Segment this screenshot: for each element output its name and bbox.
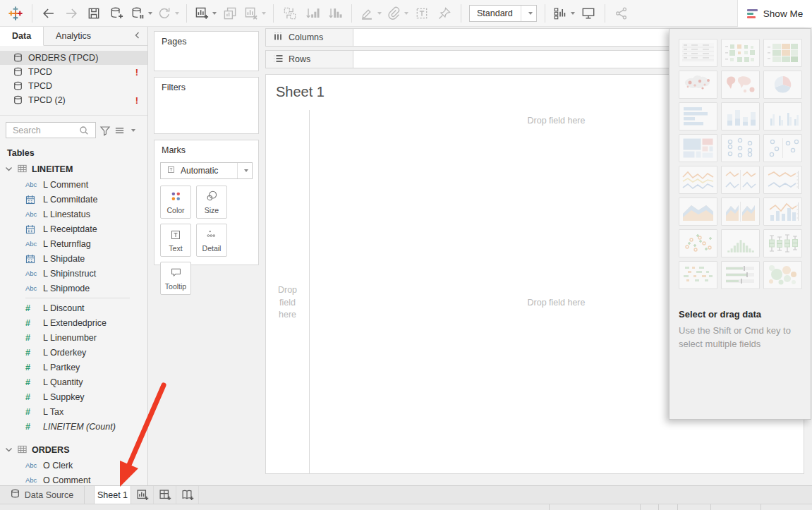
field-row[interactable]: Abc O Clerk — [0, 458, 147, 473]
heat-map-thumbnail[interactable] — [721, 39, 760, 67]
scatter-plot-thumbnail[interactable] — [679, 229, 717, 257]
search-field[interactable] — [11, 125, 79, 136]
highlight-button[interactable] — [359, 4, 382, 23]
text-table-thumbnail[interactable] — [679, 39, 717, 67]
group-members-button[interactable] — [386, 4, 408, 23]
new-story-button[interactable] — [176, 486, 199, 504]
table-group-header[interactable]: LINEITEM — [0, 162, 147, 177]
treemap-thumbnail[interactable] — [679, 134, 717, 162]
collapse-pane-icon[interactable] — [127, 27, 147, 45]
side-by-side-bars-thumbnail[interactable] — [763, 102, 802, 130]
color-button[interactable]: Color — [160, 186, 191, 219]
view-options-caret[interactable] — [131, 129, 135, 132]
drop-zone-left[interactable]: Drop field here — [266, 284, 309, 322]
field-row[interactable]: # L Quantity — [0, 375, 147, 389]
new-dashboard-button[interactable] — [154, 486, 176, 504]
field-row[interactable]: Abc L Comment — [0, 177, 147, 192]
table-icon — [17, 444, 28, 456]
fit-selector[interactable]: Standard — [469, 5, 537, 22]
filter-fields-icon[interactable] — [99, 125, 111, 136]
field-row[interactable]: Abc L Linestatus — [0, 207, 147, 221]
new-data-source-button[interactable] — [107, 4, 126, 23]
field-row[interactable]: # L Partkey — [0, 360, 147, 375]
data-source-tab[interactable]: Data Source — [0, 486, 85, 504]
save-button[interactable] — [85, 4, 103, 23]
show-hide-cards-button[interactable] — [552, 4, 575, 23]
new-worksheet-button[interactable] — [194, 4, 217, 23]
text-button[interactable]: Text — [160, 224, 191, 257]
clear-sheet-button[interactable] — [243, 4, 266, 23]
packed-bubbles-thumbnail[interactable] — [763, 261, 802, 289]
fix-axes-button[interactable] — [435, 4, 454, 23]
field-row[interactable]: # L Suppkey — [0, 389, 147, 404]
table-group-header[interactable]: ORDERS — [0, 442, 147, 458]
run-auto-updates-button[interactable] — [157, 4, 179, 23]
field-label: L Linenumber — [43, 333, 97, 343]
size-button[interactable]: Size — [196, 186, 227, 219]
horizontal-bars-thumbnail[interactable] — [679, 102, 717, 130]
sheet1-tab[interactable]: Sheet 1 — [94, 486, 131, 504]
field-row[interactable]: Abc L Shipmode — [0, 281, 147, 296]
symbol-map-thumbnail[interactable] — [679, 71, 717, 99]
sort-ascending-button[interactable] — [303, 4, 322, 23]
datasource-row[interactable]: ORDERS (TPCD) — [0, 51, 147, 65]
field-row[interactable]: # L Orderkey — [0, 345, 147, 360]
swap-rows-columns-button[interactable] — [281, 4, 299, 23]
pie-chart-thumbnail[interactable] — [763, 71, 802, 99]
field-row[interactable]: L Shipdate — [0, 251, 147, 266]
redo-button[interactable] — [62, 4, 80, 23]
field-row[interactable]: Abc L Returnflag — [0, 236, 147, 251]
tab-analytics[interactable]: Analytics — [44, 27, 103, 45]
bullet-graph-thumbnail[interactable] — [721, 261, 760, 289]
show-me-hint: Use the Shift or Cmd key to select multi… — [679, 324, 800, 351]
gantt-thumbnail[interactable] — [679, 261, 717, 289]
field-row[interactable]: # L Discount — [0, 300, 147, 315]
dual-lines-thumbnail[interactable] — [763, 166, 802, 194]
side-by-side-circles-thumbnail[interactable] — [763, 134, 802, 162]
datasource-row[interactable]: TPCD — [0, 79, 147, 93]
filled-map-thumbnail[interactable] — [721, 71, 760, 99]
box-and-whisker-thumbnail[interactable] — [763, 229, 802, 257]
new-worksheet-tab-button[interactable] — [131, 486, 154, 504]
lines-discrete-thumbnail[interactable] — [721, 166, 760, 194]
statusbar-divider — [658, 504, 659, 510]
columns-icon — [273, 31, 283, 44]
area-discrete-thumbnail[interactable] — [721, 198, 760, 226]
field-row[interactable]: Abc L Shipinstruct — [0, 266, 147, 281]
field-row[interactable]: L Commitdate — [0, 192, 147, 207]
sort-descending-button[interactable] — [326, 4, 344, 23]
view-options-icon[interactable] — [114, 126, 125, 135]
field-row[interactable]: # LINEITEM (Count) — [0, 419, 147, 434]
field-row[interactable]: # L Extendedprice — [0, 315, 147, 330]
pause-auto-updates-button[interactable] — [130, 4, 152, 23]
search-input[interactable] — [6, 122, 96, 138]
presentation-mode-button[interactable] — [579, 4, 598, 23]
field-row[interactable]: Abc O Comment — [0, 473, 147, 485]
dual-combination-thumbnail[interactable] — [763, 198, 802, 226]
datasource-row[interactable]: TPCD! — [0, 65, 147, 79]
circle-views-thumbnail[interactable] — [721, 134, 760, 162]
mark-type-dropdown[interactable]: Automatic — [160, 162, 253, 179]
field-row[interactable]: # L Linenumber — [0, 330, 147, 345]
area-continuous-thumbnail[interactable] — [679, 198, 717, 226]
pages-shelf[interactable]: Pages — [154, 31, 259, 71]
lines-continuous-thumbnail[interactable] — [679, 166, 717, 194]
share-button[interactable] — [612, 4, 631, 23]
number-field-icon: # — [25, 407, 43, 417]
tab-data[interactable]: Data — [0, 27, 44, 46]
duplicate-sheet-button[interactable] — [221, 4, 239, 23]
number-field-icon: # — [25, 333, 43, 343]
field-row[interactable]: L Receiptdate — [0, 221, 147, 236]
detail-button[interactable]: Detail — [196, 224, 227, 257]
columns-shelf-label: Columns — [265, 28, 353, 47]
histogram-thumbnail[interactable] — [721, 229, 760, 257]
show-me-button[interactable]: Show Me — [737, 0, 812, 27]
undo-button[interactable] — [40, 4, 58, 23]
stacked-bars-thumbnail[interactable] — [721, 102, 760, 130]
field-row[interactable]: # L Tax — [0, 404, 147, 419]
tooltip-button[interactable]: Tooltip — [160, 262, 191, 295]
filters-shelf[interactable]: Filters — [154, 77, 259, 134]
show-mark-labels-button[interactable] — [413, 4, 431, 23]
datasource-row[interactable]: TPCD (2)! — [0, 93, 147, 107]
highlight-table-thumbnail[interactable] — [763, 39, 802, 67]
